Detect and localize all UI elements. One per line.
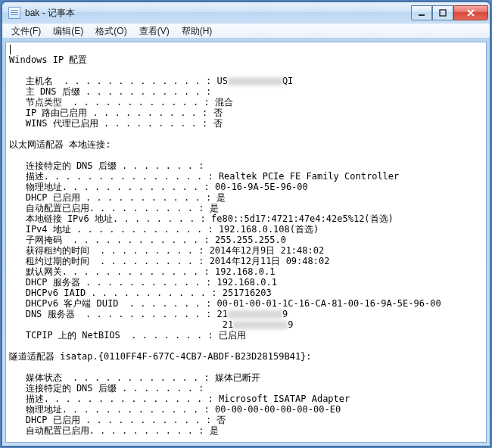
dns2-redacted bbox=[233, 321, 288, 329]
notepad-window: bak - 记事本 文件(F) 编辑(E) 格式(O) 查看(V) 帮助(H) … bbox=[2, 2, 490, 446]
wins-proxy-row: WINS 代理已启用 . . . . . . . . . : 否 bbox=[9, 118, 223, 129]
a2-media-row: 媒体状态 . . . . . . . . . . . . : 媒体已断开 bbox=[9, 372, 260, 383]
a1-dns1-row: DNS 服务器 . . . . . . . . . . . : 219 bbox=[9, 309, 288, 319]
hostname-row: 主机名 . . . . . . . . . . . . . : USQI bbox=[9, 76, 293, 86]
node-type-row: 节点类型 . . . . . . . . . . . . : 混合 bbox=[9, 97, 233, 107]
a1-iaid-row: DHCPv6 IAID . . . . . . . . . . . : 2517… bbox=[9, 288, 272, 298]
text-content: Windows IP 配置 主机名 . . . . . . . . . . . … bbox=[6, 42, 486, 443]
dns1-redacted bbox=[228, 310, 282, 319]
ipconfig-heading: Windows IP 配置 bbox=[9, 54, 87, 65]
dns-suffix-row: 主 DNS 后缀 . . . . . . . . . . . : bbox=[9, 86, 216, 97]
a1-desc-row: 描述. . . . . . . . . . . . . . . : Realte… bbox=[9, 171, 399, 182]
a2-dhcp-row: DHCP 已启用 . . . . . . . . . . . : 否 bbox=[9, 415, 226, 425]
a1-ipv4-row: IPv4 地址 . . . . . . . . . . . . : 192.16… bbox=[9, 224, 319, 235]
a1-phys-row: 物理地址. . . . . . . . . . . . . : 00-16-9A… bbox=[9, 182, 308, 192]
menu-view[interactable]: 查看(V) bbox=[133, 24, 176, 39]
a1-lease-obtained-row: 获得租约的时间 . . . . . . . . . : 2014年12月9日 2… bbox=[9, 245, 324, 256]
adapter2-heading: 隧道适配器 isatap.{0110FF4F-677C-4CB7-ABDF-B2… bbox=[9, 351, 312, 362]
a2-phys-row: 物理地址. . . . . . . . . . . . . : 00-00-00… bbox=[9, 404, 341, 415]
menu-format[interactable]: 格式(O) bbox=[89, 24, 132, 39]
notepad-icon bbox=[8, 7, 20, 19]
menu-help[interactable]: 帮助(H) bbox=[176, 24, 219, 39]
close-button[interactable] bbox=[453, 5, 488, 20]
menu-edit[interactable]: 编辑(E) bbox=[47, 24, 89, 39]
svg-rect-0 bbox=[419, 14, 425, 16]
a1-mask-row: 子网掩码 . . . . . . . . . . . . : 255.255.2… bbox=[9, 235, 286, 245]
a1-dns2-row: 219 bbox=[9, 319, 293, 330]
menubar: 文件(F) 编辑(E) 格式(O) 查看(V) 帮助(H) bbox=[2, 23, 490, 39]
window-title: bak - 记事本 bbox=[25, 7, 411, 20]
a1-gateway-row: 默认网关. . . . . . . . . . . . . : 192.168.… bbox=[9, 266, 275, 277]
minimize-button[interactable] bbox=[411, 5, 432, 20]
hostname-redacted bbox=[228, 77, 282, 86]
text-caret bbox=[10, 45, 11, 54]
svg-rect-1 bbox=[440, 10, 446, 16]
a2-desc-row: 描述. . . . . . . . . . . . . . . : Micros… bbox=[9, 394, 350, 404]
ip-routing-row: IP 路由已启用 . . . . . . . . . . : 否 bbox=[9, 107, 223, 118]
a1-dhcp-server-row: DHCP 服务器 . . . . . . . . . . . : 192.168… bbox=[9, 277, 277, 288]
a1-lease-expires-row: 租约过期的时间 . . . . . . . . . : 2014年12月11日 … bbox=[9, 256, 329, 266]
titlebar[interactable]: bak - 记事本 bbox=[2, 2, 490, 23]
menu-file[interactable]: 文件(F) bbox=[5, 24, 47, 39]
a1-dhcp-row: DHCP 已启用 . . . . . . . . . . . : 是 bbox=[9, 192, 226, 203]
text-area[interactable]: Windows IP 配置 主机名 . . . . . . . . . . . … bbox=[5, 42, 487, 443]
a1-netbios-row: TCPIP 上的 NetBIOS . . . . . . . : 已启用 bbox=[9, 330, 246, 341]
maximize-button[interactable] bbox=[432, 5, 453, 20]
window-controls bbox=[411, 5, 488, 20]
a1-dns-row: 连接特定的 DNS 后缀 . . . . . . . : bbox=[9, 160, 210, 171]
a2-auto-row: 自动配置已启用. . . . . . . . . . : 是 bbox=[9, 425, 219, 436]
a1-ipv6ll-row: 本地链接 IPv6 地址. . . . . . . . : fe80::5d17… bbox=[9, 213, 394, 224]
a1-duid-row: DHCPv6 客户端 DUID . . . . . . . : 00-01-00… bbox=[9, 298, 441, 309]
a2-dns-row: 连接特定的 DNS 后缀 . . . . . . . : bbox=[9, 383, 210, 394]
a1-auto-row: 自动配置已启用. . . . . . . . . . : 是 bbox=[9, 203, 219, 213]
adapter1-heading: 以太网适配器 本地连接: bbox=[9, 139, 111, 150]
